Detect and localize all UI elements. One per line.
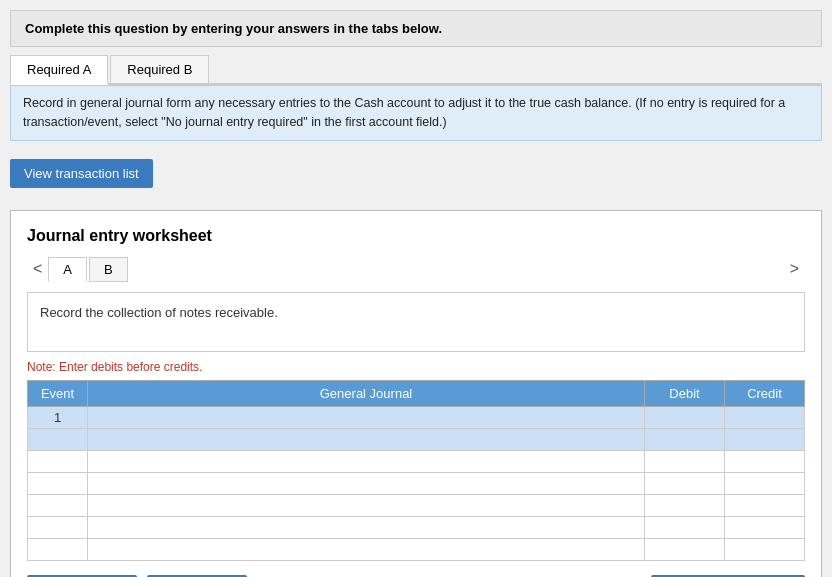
header-event: Event: [28, 380, 88, 406]
credit-input[interactable]: [725, 539, 804, 560]
event-cell: [28, 494, 88, 516]
credit-input-cell[interactable]: [725, 472, 805, 494]
journal-input-cell[interactable]: [88, 538, 645, 560]
journal-input-cell[interactable]: [88, 516, 645, 538]
debit-input[interactable]: [645, 517, 724, 538]
journal-table: Event General Journal Debit Credit 1: [27, 380, 805, 561]
debit-input-cell[interactable]: [645, 406, 725, 428]
debit-input[interactable]: [645, 451, 724, 472]
event-cell: [28, 428, 88, 450]
credit-input[interactable]: [725, 407, 804, 428]
journal-input[interactable]: [88, 407, 644, 428]
debit-input-cell[interactable]: [645, 516, 725, 538]
nav-right-arrow[interactable]: >: [784, 258, 805, 280]
journal-input[interactable]: [88, 517, 644, 538]
sub-tab-a[interactable]: A: [48, 257, 87, 282]
debit-input-cell[interactable]: [645, 494, 725, 516]
sub-tab-b[interactable]: B: [89, 257, 128, 282]
journal-input[interactable]: [88, 429, 644, 450]
event-cell: [28, 472, 88, 494]
credit-input-cell[interactable]: [725, 538, 805, 560]
description-box: Record the collection of notes receivabl…: [27, 292, 805, 352]
credit-input[interactable]: [725, 473, 804, 494]
debit-input[interactable]: [645, 473, 724, 494]
credit-input[interactable]: [725, 429, 804, 450]
journal-input-cell[interactable]: [88, 406, 645, 428]
table-row: [28, 494, 805, 516]
journal-input[interactable]: [88, 495, 644, 516]
credit-input[interactable]: [725, 451, 804, 472]
table-row: [28, 428, 805, 450]
table-row: [28, 516, 805, 538]
event-cell: 1: [28, 406, 88, 428]
header-general-journal: General Journal: [88, 380, 645, 406]
instruction-box: Complete this question by entering your …: [10, 10, 822, 47]
journal-input-cell[interactable]: [88, 450, 645, 472]
journal-input-cell[interactable]: [88, 472, 645, 494]
table-row: 1: [28, 406, 805, 428]
tab-required-b[interactable]: Required B: [110, 55, 209, 83]
journal-input-cell[interactable]: [88, 494, 645, 516]
credit-input-cell[interactable]: [725, 428, 805, 450]
credit-input-cell[interactable]: [725, 450, 805, 472]
credit-input[interactable]: [725, 517, 804, 538]
info-main-text: Record in general journal form any neces…: [23, 96, 632, 110]
debit-input-cell[interactable]: [645, 450, 725, 472]
view-transaction-button[interactable]: View transaction list: [10, 159, 153, 188]
debit-input-cell[interactable]: [645, 428, 725, 450]
debit-input-cell[interactable]: [645, 472, 725, 494]
info-box: Record in general journal form any neces…: [10, 85, 822, 141]
journal-input[interactable]: [88, 451, 644, 472]
journal-input-cell[interactable]: [88, 428, 645, 450]
credit-input-cell[interactable]: [725, 494, 805, 516]
table-row: [28, 472, 805, 494]
event-cell: [28, 450, 88, 472]
debit-input[interactable]: [645, 407, 724, 428]
debit-input[interactable]: [645, 539, 724, 560]
header-credit: Credit: [725, 380, 805, 406]
journal-input[interactable]: [88, 539, 644, 560]
journal-title: Journal entry worksheet: [27, 227, 805, 245]
main-tabs-row: Required A Required B: [10, 55, 822, 85]
credit-input-cell[interactable]: [725, 406, 805, 428]
header-debit: Debit: [645, 380, 725, 406]
event-cell: [28, 516, 88, 538]
journal-panel: Journal entry worksheet < A B > Record t…: [10, 210, 822, 578]
debit-input[interactable]: [645, 429, 724, 450]
event-cell: [28, 538, 88, 560]
debit-input[interactable]: [645, 495, 724, 516]
note-text: Note: Enter debits before credits.: [27, 360, 805, 374]
credit-input-cell[interactable]: [725, 516, 805, 538]
debit-input-cell[interactable]: [645, 538, 725, 560]
sub-tabs-row: < A B >: [27, 257, 805, 282]
tab-required-a[interactable]: Required A: [10, 55, 108, 85]
description-text: Record the collection of notes receivabl…: [40, 305, 278, 320]
table-row: [28, 450, 805, 472]
journal-input[interactable]: [88, 473, 644, 494]
nav-left-arrow[interactable]: <: [27, 258, 48, 280]
credit-input[interactable]: [725, 495, 804, 516]
table-row: [28, 538, 805, 560]
instruction-text: Complete this question by entering your …: [25, 21, 442, 36]
